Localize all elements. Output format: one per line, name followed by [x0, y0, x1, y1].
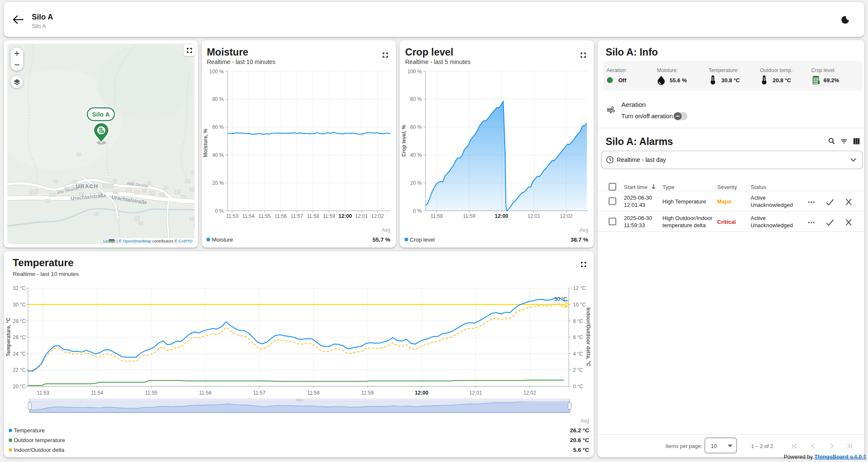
svg-text:11:56: 11:56	[199, 390, 211, 396]
svg-text:temperature delta: temperature delta	[662, 222, 706, 228]
svg-text:30 °C: 30 °C	[554, 296, 567, 302]
svg-text:11:59:33: 11:59:33	[624, 222, 645, 228]
svg-text:6 °C: 6 °C	[573, 334, 583, 340]
svg-text:100 %: 100 %	[209, 69, 224, 75]
svg-text:5.6 °C: 5.6 °C	[573, 447, 589, 453]
svg-text:Avg: Avg	[580, 227, 588, 233]
svg-text:11:55: 11:55	[259, 213, 271, 219]
svg-text:Unacknowledged: Unacknowledged	[751, 222, 793, 228]
svg-text:Temperature: Temperature	[14, 427, 45, 434]
svg-text:Crop level:: Crop level:	[811, 67, 835, 73]
svg-text:30 °C: 30 °C	[13, 302, 25, 308]
svg-text:11:54: 11:54	[242, 213, 255, 219]
svg-text:Indoor/Outdoor delta: Indoor/Outdoor delta	[14, 447, 65, 453]
svg-text:Leaflet | © OpenStreetMap cont: Leaflet | © OpenStreetMap contributors ©…	[103, 239, 192, 243]
svg-text:20 °C: 20 °C	[13, 384, 25, 390]
svg-text:Active: Active	[751, 215, 765, 221]
svg-text:12:02: 12:02	[371, 213, 384, 219]
svg-text:1 – 2 of 2: 1 – 2 of 2	[751, 443, 773, 449]
svg-text:60 %: 60 %	[212, 124, 224, 130]
svg-text:Critical: Critical	[717, 219, 736, 225]
svg-text:11:58: 11:58	[431, 213, 443, 219]
svg-text:55.6 %: 55.6 %	[670, 77, 687, 83]
svg-text:32 °C: 32 °C	[13, 285, 25, 291]
svg-text:2025-06-30: 2025-06-30	[624, 215, 652, 221]
svg-text:2 °C: 2 °C	[573, 367, 583, 373]
svg-text:Aeration: Aeration	[621, 101, 646, 108]
svg-text:Items per page:: Items per page:	[665, 443, 702, 449]
svg-text:2025-06-30: 2025-06-30	[624, 195, 652, 201]
svg-text:12:01:43: 12:01:43	[624, 202, 645, 208]
svg-text:Off: Off	[618, 77, 626, 83]
svg-text:Temperature, °C: Temperature, °C	[6, 317, 11, 356]
svg-text:12:01: 12:01	[355, 213, 368, 219]
svg-text:12:01: 12:01	[528, 213, 540, 219]
svg-text:Realtime - last day: Realtime - last day	[617, 156, 666, 163]
svg-text:Start time: Start time	[624, 184, 648, 190]
svg-text:Turn on/off aeration: Turn on/off aeration	[621, 113, 673, 120]
svg-text:12:00: 12:00	[339, 213, 352, 219]
svg-text:Moisture, %: Moisture, %	[203, 128, 209, 157]
svg-text:40 %: 40 %	[212, 152, 224, 158]
svg-text:8 °C: 8 °C	[573, 318, 583, 324]
svg-text:Crop level: Crop level	[410, 237, 435, 243]
svg-text:0 %: 0 %	[413, 208, 422, 214]
svg-text:20 %: 20 %	[212, 180, 224, 186]
svg-text:4 °C: 4 °C	[573, 351, 583, 357]
svg-text:11:59: 11:59	[323, 213, 335, 219]
svg-text:100 %: 100 %	[407, 69, 422, 75]
svg-text:80 %: 80 %	[212, 96, 224, 102]
svg-text:20.8 °C: 20.8 °C	[773, 77, 791, 83]
svg-text:Indoor/Outdoor delta, °C: Indoor/Outdoor delta, °C	[585, 307, 591, 367]
svg-text:Unacknowledged: Unacknowledged	[751, 202, 793, 208]
svg-text:11:54: 11:54	[91, 390, 103, 396]
svg-text:11:58: 11:58	[307, 390, 320, 396]
svg-text:0 °C: 0 °C	[573, 384, 583, 390]
svg-text:12:00: 12:00	[495, 213, 508, 219]
svg-text:10 °C: 10 °C	[573, 302, 586, 308]
svg-text:26.2 °C: 26.2 °C	[570, 427, 589, 434]
svg-text:11:56: 11:56	[275, 213, 287, 219]
svg-text:10: 10	[711, 443, 717, 449]
svg-text:11:57: 11:57	[291, 213, 303, 219]
svg-text:Moisture: Moisture	[212, 237, 233, 243]
svg-text:69.2%: 69.2%	[823, 77, 839, 83]
svg-text:12:00: 12:00	[415, 390, 428, 396]
svg-text:12:02: 12:02	[560, 213, 573, 219]
svg-text:11:59: 11:59	[463, 213, 475, 219]
svg-text:20 %: 20 %	[410, 180, 422, 186]
svg-text:URACH: URACH	[76, 183, 98, 189]
svg-text:24 °C: 24 °C	[13, 351, 25, 357]
svg-text:Avg: Avg	[581, 418, 589, 424]
svg-text:28 °C: 28 °C	[13, 318, 25, 324]
svg-text:12:02: 12:02	[523, 390, 536, 396]
svg-text:80 %: 80 %	[410, 96, 422, 102]
svg-text:Status: Status	[751, 184, 766, 190]
svg-text:Avg: Avg	[382, 227, 390, 233]
svg-text:Outdoor temperature: Outdoor temperature	[14, 437, 65, 443]
svg-text:Severity: Severity	[717, 184, 737, 190]
svg-text:Aeration:: Aeration:	[606, 67, 627, 73]
svg-text:Active: Active	[751, 195, 765, 201]
svg-text:12 °C: 12 °C	[573, 285, 586, 291]
svg-text:Type: Type	[662, 184, 674, 190]
svg-text:Crop level, %: Crop level, %	[401, 125, 407, 157]
svg-text:30.8 °C: 30.8 °C	[721, 77, 740, 83]
svg-text:12:01: 12:01	[469, 390, 482, 396]
svg-text:22 °C: 22 °C	[13, 367, 25, 373]
svg-text:0 %: 0 %	[215, 208, 224, 214]
svg-text:Outdoor temp.:: Outdoor temp.:	[760, 67, 794, 73]
svg-text:55.7 %: 55.7 %	[373, 237, 390, 243]
svg-text:High Outdoor/Indoor: High Outdoor/Indoor	[662, 215, 712, 221]
svg-text:38.7 %: 38.7 %	[570, 237, 588, 243]
svg-text:11:53: 11:53	[226, 213, 238, 219]
svg-text:Temperature:: Temperature:	[709, 67, 739, 73]
svg-text:11:53: 11:53	[37, 390, 49, 396]
svg-text:11:55: 11:55	[145, 390, 157, 396]
svg-text:Silo A: Alarms: Silo A: Alarms	[606, 136, 673, 147]
svg-text:11:58: 11:58	[307, 213, 319, 219]
svg-text:40 %: 40 %	[410, 152, 422, 158]
svg-text:20.6 °C: 20.6 °C	[570, 437, 589, 443]
svg-text:High Temperature: High Temperature	[662, 198, 706, 205]
svg-text:11:57: 11:57	[253, 390, 265, 396]
